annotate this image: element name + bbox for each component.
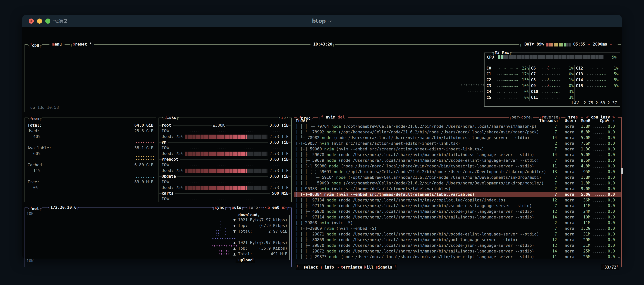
process-row[interactable]: [-]─29868 nvim (nvim -S)2nora11M0.0 — [294, 220, 621, 226]
process-name: node — [326, 249, 338, 253]
mem-stat-value: 64.0 GiB — [133, 122, 154, 128]
tree-prefix: │ │ ├─ — [296, 153, 312, 157]
mem-box-title[interactable]: 2mem — [28, 115, 42, 122]
core-graph-active — [550, 86, 557, 88]
net-box-title[interactable]: 3net — [28, 205, 42, 211]
process-row[interactable]: │ [-]─59060 nvim (nvim --embed src/scree… — [294, 146, 621, 152]
process-args: (node /Users/nora/.local/share/nvim/maso… — [338, 215, 534, 219]
tree-prefix: │ │ │ │ └─ — [296, 175, 322, 180]
process-name: node — [329, 164, 341, 168]
core-graph — [497, 98, 518, 99]
column-tree[interactable]: Tree: — [296, 118, 308, 124]
process-pid: 29871 — [312, 232, 327, 236]
process-command: │ [-]─59060 nvim (nvim --embed src/scree… — [296, 146, 554, 152]
interval-decrease-button[interactable]: - — [588, 41, 590, 47]
disks-box-title[interactable]: disks — [162, 115, 179, 120]
process-cpu: 0.0 — [608, 243, 615, 248]
menu-button[interactable]: menu — [50, 41, 64, 47]
process-command: │ │ ├─ 29871 node (node /Users/nora/.loc… — [296, 231, 554, 237]
core-row: C145% — [576, 77, 618, 83]
process-name: node — [326, 232, 338, 236]
battery-cell — [556, 43, 558, 47]
net-zero-button[interactable]: zero — [246, 205, 261, 210]
scroll-down-icon: ↓ — [618, 254, 620, 260]
footer-gnals-button[interactable]: signals — [376, 265, 392, 269]
interval-increase-button[interactable]: + — [610, 41, 612, 47]
core-percent: 0% — [524, 95, 529, 100]
process-row[interactable]: │ │ ├─ 29871 node (node /Users/nora/.loc… — [294, 231, 621, 237]
process-row[interactable]: │ │ └─ 78992 node (/opt/homebrew/Cellar/… — [294, 129, 621, 135]
mem-leader-dots — [594, 195, 610, 196]
process-cpu: 0.0 — [608, 192, 615, 197]
process-row[interactable]: │ │ ├─ 97134 node (node /Users/nora/.loc… — [294, 197, 621, 203]
cpu-box-title[interactable]: 1cpu — [28, 41, 42, 48]
process-row[interactable]: [-]─59057 nvim (nvim src/screens/action-… — [294, 141, 621, 146]
core-row: C117% — [486, 71, 529, 77]
tree-prefix: │ │ │ └─ — [296, 124, 317, 129]
battery-cell — [561, 43, 563, 47]
footer-rminate-button[interactable]: terminate — [341, 265, 362, 269]
disk-used-meter — [185, 169, 268, 173]
process-args: (node /Users/nora/.local/share/nvim/maso… — [338, 232, 539, 236]
core-percent: 1% — [569, 77, 574, 83]
key-icon: t — [341, 265, 343, 269]
battery-time: 05:55 — [573, 41, 585, 47]
process-threads: 7 — [554, 146, 557, 152]
footer-ll-button[interactable]: kill — [364, 265, 374, 269]
process-row[interactable]: │ │ ├─ 46930 node (node /Users/nora/.loc… — [294, 209, 621, 214]
net-stat-label: Total: — [238, 252, 252, 256]
column-cpu[interactable]: Cpu% — [600, 118, 609, 124]
core-row: C90% — [531, 83, 574, 89]
process-row[interactable]: │ │ └─ 97114 node (node /Users/nora/.loc… — [294, 214, 621, 220]
process-row[interactable]: │ └─ 78982 node (node /Users/nora/.local… — [294, 135, 621, 141]
process-row[interactable]: │ │ ├─ 29870 node (node /Users/nora/.loc… — [294, 243, 621, 248]
process-name: nvim — [324, 226, 336, 231]
core-graph-active — [598, 86, 607, 88]
proc-scrollbar[interactable] — [620, 168, 623, 174]
process-row[interactable]: │ [-]─29869 nvim (nvim --embed -S)7nora1… — [294, 226, 621, 231]
footer-select-button[interactable]: ↑ select ↓ — [299, 265, 322, 269]
core-graph — [497, 86, 518, 88]
process-pid: 78992 — [312, 130, 327, 134]
process-args: (node /Users/nora/.local/share/nvim/maso… — [338, 153, 534, 157]
process-command: │ │ ├─ 59078 node (node /Users/nora/.loc… — [296, 152, 554, 158]
column-user[interactable]: User: — [565, 118, 576, 124]
process-cpu: 0.0 — [608, 226, 615, 231]
preset-button[interactable]: preset * — [70, 41, 94, 47]
core-percent: 10% — [522, 83, 529, 89]
column-mem[interactable]: MemB — [581, 118, 590, 124]
process-row[interactable]: │ │ ├─ 29872 node (node /Users/nora/.loc… — [294, 248, 621, 254]
column-threads[interactable]: Threads: — [539, 118, 558, 124]
net-interface-selector[interactable]: <b en0 n> — [262, 205, 289, 210]
io-graph — [173, 183, 288, 183]
process-mem: 31M — [583, 231, 590, 237]
process-row[interactable]: │ [-]─96384 nvim (nvim --embed src/theme… — [294, 192, 621, 197]
process-row[interactable]: │ │ ├─ 59079 node (node /Users/nora/.loc… — [294, 158, 621, 163]
disk-total: 3.63 TiB — [268, 139, 288, 145]
process-mem: 1.8M — [581, 124, 590, 129]
process-name: node — [326, 130, 338, 134]
process-cpu: 0.0 — [608, 129, 615, 135]
core-label: C7 — [531, 71, 536, 77]
process-threads: 11 — [552, 254, 557, 260]
process-row[interactable]: │ │ ├─ 97115 node (node /Users/nora/.loc… — [294, 203, 621, 209]
process-row[interactable]: │ │ ├─ 80869 node (node /Users/nora/.loc… — [294, 237, 621, 243]
net-auto-button[interactable]: auto — [229, 205, 244, 210]
io-mode-button[interactable]: io — [278, 115, 288, 120]
key-icon: s — [376, 265, 378, 269]
footer-nfo-button[interactable]: info ↵ — [324, 265, 339, 269]
process-row[interactable]: [-]─96383 nvim (nvim src/themes/default/… — [294, 186, 621, 192]
process-row[interactable]: │ │ │ └─ 79704 node (/opt/homebrew/Cella… — [294, 124, 621, 129]
process-row[interactable]: │ │ │ │ └─ 59104 node (/opt/homebrew/Cel… — [294, 175, 621, 180]
process-row[interactable]: │ │ │ [-]─59091 node (/opt/homebrew/Cell… — [294, 169, 621, 175]
process-user: nora — [565, 209, 574, 214]
net-sync-button[interactable]: sync — [212, 205, 227, 210]
process-row[interactable]: │ │ [-]─59080 node (node /Users/nora/.lo… — [294, 163, 621, 169]
process-threads: 7 — [554, 158, 557, 163]
core-percent: 5% — [614, 77, 618, 83]
process-name: node — [332, 124, 343, 129]
process-row[interactable]: │ │ ├─ 59078 node (node /Users/nora/.loc… — [294, 152, 621, 158]
process-row[interactable]: │ │ [-]─29873 node (node /Users/nora/.lo… — [294, 254, 621, 260]
process-row[interactable]: │ │ │ └─ 59090 node (/opt/homebrew/Cella… — [294, 180, 621, 186]
core-graph — [587, 74, 607, 76]
